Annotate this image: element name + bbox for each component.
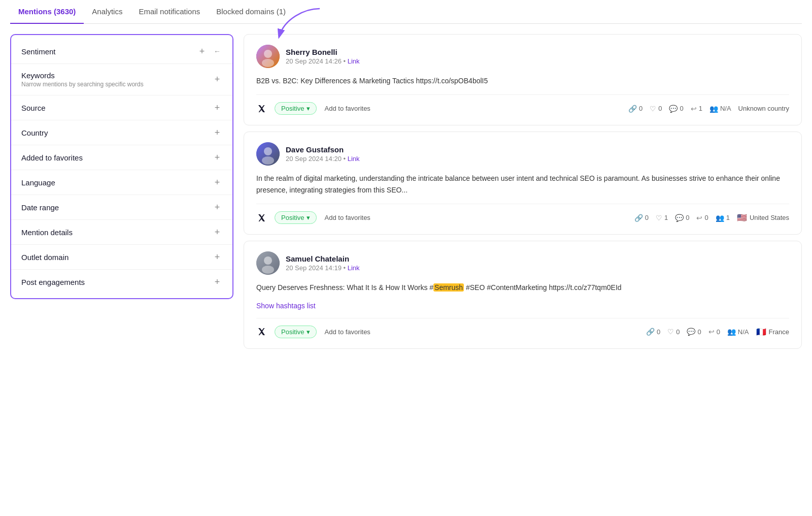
svg-point-9	[262, 266, 274, 274]
sentiment-badge-2[interactable]: Positive ▾	[275, 211, 317, 224]
sidebar-item-language[interactable]: Language +	[11, 170, 232, 195]
mention-footer-dave: Positive ▾ Add to favorites 🔗 0 ♡ 1	[256, 204, 789, 224]
link-icon-1: 🔗	[628, 105, 637, 113]
add-favorites-btn-2[interactable]: Add to favorites	[325, 214, 370, 221]
stat-reach-2: 👥 1	[716, 214, 730, 222]
comment-icon-3: 💬	[687, 328, 695, 336]
mention-card-3: Samuel Chatelain 20 Sep 2024 14:19 • Lin…	[244, 241, 802, 348]
plus-icon-favorites[interactable]: +	[212, 152, 222, 163]
country-label: Country	[21, 128, 48, 137]
language-label: Language	[21, 178, 55, 187]
mention-stats-2: 🔗 0 ♡ 1 💬 0 ↩ 0	[634, 213, 789, 222]
favorites-label: Added to favorites	[21, 153, 83, 162]
add-favorites-btn-1[interactable]: Add to favorites	[325, 105, 370, 112]
tab-analytics[interactable]: Analytics	[84, 0, 130, 24]
plus-icon-keywords[interactable]: +	[212, 75, 222, 85]
sidebar-item-source[interactable]: Source +	[11, 95, 232, 120]
post-engagements-label: Post engagements	[21, 278, 85, 286]
heart-icon-3: ♡	[667, 328, 674, 336]
mention-card-1: Sherry Bonelli 20 Sep 2024 14:26 • Link …	[244, 34, 802, 125]
plus-icon-mention-details[interactable]: +	[212, 227, 222, 237]
plus-icon-outlet-domain[interactable]: +	[212, 252, 222, 262]
chevron-down-icon: ▾	[307, 105, 310, 112]
meta-dave: 20 Sep 2024 14:20 • Link	[286, 155, 360, 163]
add-favorites-btn-3[interactable]: Add to favorites	[325, 328, 370, 336]
sentiment-badge-3[interactable]: Positive ▾	[275, 326, 317, 338]
mention-stats-3: 🔗 0 ♡ 0 💬 0 ↩ 0	[646, 327, 789, 337]
plus-icon-post-engagements[interactable]: +	[212, 277, 222, 287]
chevron-down-icon: ▾	[307, 214, 310, 221]
link-dave[interactable]: Link	[348, 155, 360, 163]
stat-comments-1: 💬 0	[669, 105, 683, 113]
svg-point-8	[264, 256, 272, 265]
reach-icon-3: 👥	[727, 328, 736, 336]
mention-header-3: Samuel Chatelain 20 Sep 2024 14:19 • Lin…	[256, 251, 789, 275]
plus-icon-date-range[interactable]: +	[212, 202, 222, 212]
plus-icon-country[interactable]: +	[212, 127, 222, 138]
link-icon-3: 🔗	[646, 328, 655, 336]
tab-mentions[interactable]: Mentions (3630)	[10, 0, 84, 24]
heart-icon-1: ♡	[650, 105, 656, 113]
tabs-bar: Mentions (3630) Analytics Email notifica…	[10, 0, 802, 24]
svg-point-2	[264, 50, 272, 58]
stat-reposts-3: ↩ 0	[708, 328, 720, 336]
country-info-1: Unknown country	[738, 105, 789, 112]
show-hashtags-link[interactable]: Show hashtags list	[256, 302, 316, 310]
comment-icon-1: 💬	[669, 105, 678, 113]
sidebar-item-mention-details[interactable]: Mention details +	[11, 220, 232, 245]
mention-text-sherry: B2B vs. B2C: Key Differences & Marketing…	[256, 75, 789, 86]
date-range-label: Date range	[21, 203, 59, 212]
stat-links-3: 🔗 0	[646, 328, 660, 336]
comment-icon-2: 💬	[675, 214, 684, 222]
stat-reach-3: 👥 N/A	[727, 328, 749, 336]
filter-sidebar: Sentiment + ← Keywords Narrow mentions b…	[10, 34, 233, 299]
svg-point-3	[262, 59, 274, 67]
sidebar-item-keywords[interactable]: Keywords Narrow mentions by searching sp…	[11, 64, 232, 95]
mention-stats-1: 🔗 0 ♡ 0 💬 0 ↩ 1	[628, 105, 789, 113]
link-samuel[interactable]: Link	[348, 264, 360, 272]
avatar-samuel	[256, 251, 280, 275]
mention-text-dave: In the realm of digital marketing, under…	[256, 173, 789, 196]
meta-sherry: 20 Sep 2024 14:26 • Link	[286, 57, 360, 65]
reach-icon-2: 👥	[716, 214, 724, 222]
country-info-2: 🇺🇸 United States	[737, 213, 789, 222]
twitter-icon-3	[256, 327, 266, 337]
sentiment-badge-1[interactable]: Positive ▾	[275, 102, 317, 115]
sidebar-item-country[interactable]: Country +	[11, 120, 232, 145]
source-label: Source	[21, 104, 46, 112]
repost-icon-3: ↩	[708, 328, 715, 336]
link-sherry[interactable]: Link	[348, 57, 360, 65]
reach-icon-1: 👥	[709, 105, 718, 113]
avatar-sherry	[256, 45, 280, 68]
tab-email-notifications[interactable]: Email notifications	[130, 0, 208, 24]
chevron-down-icon: ▾	[307, 328, 310, 336]
plus-icon-language[interactable]: +	[212, 177, 222, 187]
sidebar-item-favorites[interactable]: Added to favorites +	[11, 145, 232, 170]
plus-icon-source[interactable]: +	[212, 103, 222, 113]
sidebar-item-sentiment[interactable]: Sentiment + ←	[11, 39, 232, 64]
stat-comments-2: 💬 0	[675, 214, 689, 222]
mention-footer-sherry: Positive ▾ Add to favorites 🔗 0 ♡ 0	[256, 94, 789, 115]
avatar-dave	[256, 142, 280, 166]
stat-reach-1: 👥 N/A	[709, 105, 731, 113]
sidebar-item-outlet-domain[interactable]: Outlet domain +	[11, 245, 232, 270]
stat-links-1: 🔗 0	[628, 105, 642, 113]
repost-icon-1: ↩	[691, 105, 697, 113]
tab-blocked-domains[interactable]: Blocked domains (1)	[208, 0, 294, 24]
plus-icon-sentiment[interactable]: +	[197, 46, 207, 56]
username-sherry: Sherry Bonelli	[286, 48, 360, 56]
keywords-subtitle: Narrow mentions by searching specific wo…	[21, 81, 144, 88]
mentions-feed: Sherry Bonelli 20 Sep 2024 14:26 • Link …	[244, 34, 802, 349]
twitter-icon-1	[256, 104, 266, 114]
sidebar-item-post-engagements[interactable]: Post engagements +	[11, 270, 232, 294]
heart-icon-2: ♡	[656, 214, 662, 222]
mention-header-2: Dave Gustafson 20 Sep 2024 14:20 • Link	[256, 142, 789, 166]
back-icon-sentiment[interactable]: ←	[212, 46, 222, 56]
svg-point-6	[262, 156, 274, 165]
sentiment-label: Sentiment	[21, 47, 56, 56]
flag-2: 🇺🇸	[737, 213, 747, 222]
stat-reposts-1: ↩ 1	[691, 105, 702, 113]
sidebar-item-date-range[interactable]: Date range +	[11, 195, 232, 220]
twitter-icon-2	[256, 213, 266, 223]
meta-samuel: 20 Sep 2024 14:19 • Link	[286, 264, 360, 272]
